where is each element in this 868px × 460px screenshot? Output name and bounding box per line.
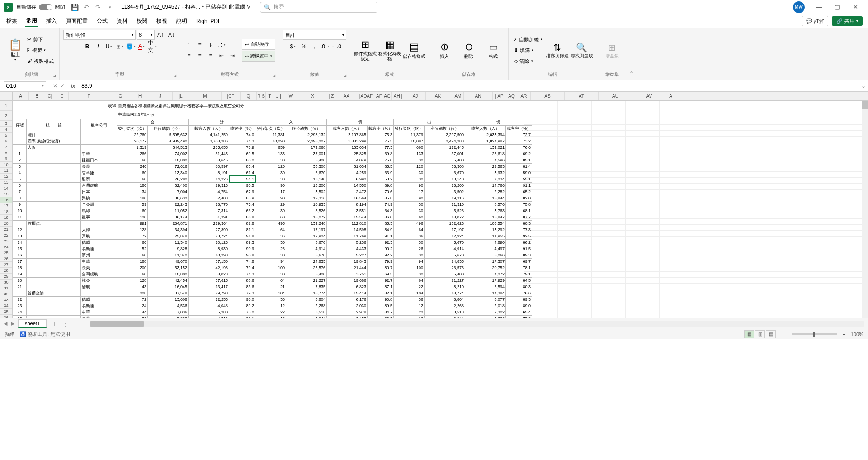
indent-increase-button[interactable]: ⇥ [227, 51, 237, 61]
col-header[interactable]: AJ [405, 92, 426, 100]
col-header[interactable]: AV [632, 92, 666, 100]
horizontal-scrollbar[interactable] [90, 321, 864, 327]
cancel-formula-icon[interactable]: ✕ [53, 83, 57, 89]
align-left-button[interactable]: ≡ [184, 51, 194, 61]
col-header[interactable]: AA [336, 92, 357, 100]
col-header[interactable]: AH | [392, 92, 405, 100]
col-header[interactable]: X [299, 92, 326, 100]
row-header[interactable]: 1 [0, 101, 12, 111]
row-header[interactable]: 24 [0, 244, 12, 250]
font-color-button[interactable]: A [137, 42, 146, 52]
align-launcher-icon[interactable]: ◢ [273, 74, 275, 78]
row-header[interactable]: 26 [0, 256, 12, 262]
comma-button[interactable]: , [310, 42, 320, 52]
align-center-button[interactable]: ≡ [195, 51, 205, 61]
row-header[interactable]: 11 [0, 168, 12, 174]
col-header[interactable]: AR [517, 92, 531, 100]
row-header[interactable]: 18 [0, 209, 12, 215]
wrap-text-button[interactable]: ↩自動換行 [242, 39, 275, 50]
zoom-slider[interactable] [792, 333, 837, 335]
addins-button[interactable]: ⊞增益集 [601, 35, 623, 66]
row-header[interactable]: 21 [0, 227, 12, 232]
name-box[interactable]: O16▾ [4, 81, 46, 90]
toggle-off-icon[interactable] [39, 4, 52, 10]
copy-button[interactable]: ⎘複製▾ [25, 45, 56, 55]
row-header[interactable]: 25 [0, 250, 12, 256]
col-header[interactable]: R S [257, 92, 266, 100]
phonetic-button[interactable]: 中文 [147, 42, 157, 52]
comments-button[interactable]: 💬註解 [802, 16, 828, 26]
sort-filter-button[interactable]: ⇅排序與篩選 [546, 35, 569, 66]
row-header[interactable]: 6 [0, 138, 12, 144]
row-header[interactable]: 29 [0, 274, 12, 280]
clear-button[interactable]: ◇清除▾ [512, 56, 544, 66]
tab-insert[interactable]: 插入 [45, 15, 58, 27]
col-header[interactable]: AT [565, 92, 599, 100]
align-bottom-button[interactable]: ⭳ [206, 40, 216, 50]
tab-formulas[interactable]: 公式 [96, 15, 108, 27]
percent-button[interactable]: % [299, 42, 309, 52]
font-size-select[interactable]: 8▾ [137, 30, 155, 40]
accessibility-status[interactable]: ♿ 協助工具: 無法使用 [20, 331, 70, 337]
row-header[interactable]: 16 [0, 197, 12, 203]
conditional-format-button[interactable]: ⊞條件式格式設定 [354, 35, 377, 66]
col-header[interactable]: T [266, 92, 274, 100]
col-header[interactable]: |L [173, 92, 189, 100]
col-header[interactable]: AG [383, 92, 392, 100]
row-header[interactable]: 9 [0, 156, 12, 162]
row-header[interactable]: 13 [0, 180, 12, 185]
maximize-button[interactable]: ▢ [828, 1, 846, 14]
format-painter-button[interactable]: 🖌複製格式 [25, 56, 56, 66]
row-header[interactable]: 7 [0, 144, 12, 150]
page-layout-view-button[interactable]: ▥ [755, 330, 765, 338]
data-table[interactable]: 表36臺灣地區各機場國際及兩岸定期航線班機載客率—按航線及航空公司分中華民國11… [13, 101, 532, 318]
sheet-tab-sheet1[interactable]: sheet1 [18, 319, 47, 328]
border-button[interactable]: ⊞ [115, 42, 125, 52]
col-header[interactable]: AU [599, 92, 632, 100]
row-header[interactable]: 14 [0, 185, 12, 191]
row-header[interactable]: 22 [0, 232, 12, 238]
col-header[interactable]: | AP [493, 92, 506, 100]
tab-split-icon[interactable]: ⋮ [63, 321, 68, 327]
tab-home[interactable]: 常用 [25, 15, 38, 27]
clipboard-launcher-icon[interactable]: ◢ [53, 74, 56, 78]
col-header[interactable]: AN [464, 92, 493, 100]
currency-button[interactable]: $ [288, 42, 298, 52]
save-icon[interactable]: 💾 [71, 3, 79, 11]
fx-icon[interactable]: fx [67, 83, 79, 89]
bold-button[interactable]: B [82, 42, 92, 52]
minimize-button[interactable]: — [810, 1, 828, 14]
zoom-out-button[interactable]: — [781, 332, 786, 337]
col-header[interactable]: G [109, 92, 132, 100]
font-launcher-icon[interactable]: ◢ [174, 74, 176, 78]
vertical-scrollbar[interactable] [862, 101, 868, 318]
row-header[interactable]: 5 [0, 133, 12, 138]
select-all-corner[interactable] [0, 92, 13, 100]
col-header[interactable]: AF [375, 92, 383, 100]
row-header[interactable]: 28 [0, 268, 12, 274]
redo-icon[interactable]: ↷ [94, 3, 102, 11]
fill-button[interactable]: ⬇填滿▾ [512, 45, 544, 55]
row-header[interactable]: 2 [0, 111, 12, 121]
align-middle-button[interactable]: ≡ [195, 40, 205, 50]
row-header[interactable]: 30 [0, 280, 12, 285]
row-header[interactable]: 4 [0, 127, 12, 133]
row-header[interactable]: 3 [0, 121, 12, 127]
row-header[interactable]: 36 [0, 315, 12, 318]
number-launcher-icon[interactable]: ◢ [344, 74, 346, 78]
row-header[interactable]: 8 [0, 150, 12, 156]
col-header[interactable]: M [189, 92, 222, 100]
number-format-select[interactable]: 自訂▾ [283, 30, 346, 40]
col-header[interactable]: AQ [506, 92, 517, 100]
autosave-toggle[interactable]: 自動儲存 關閉 [16, 4, 65, 10]
tab-rightpdf[interactable]: Right PDF [195, 16, 222, 26]
row-header[interactable]: 12 [0, 174, 12, 180]
col-header[interactable]: |CF [222, 92, 241, 100]
find-select-button[interactable]: 🔍尋找與選取 [571, 35, 593, 66]
underline-button[interactable]: U [104, 42, 114, 52]
col-header[interactable]: | Z [326, 92, 336, 100]
row-header[interactable]: 27 [0, 262, 12, 268]
orientation-button[interactable]: ⭯ [217, 40, 226, 50]
col-header[interactable]: H [132, 92, 148, 100]
grow-font-button[interactable]: A↑ [156, 30, 165, 40]
